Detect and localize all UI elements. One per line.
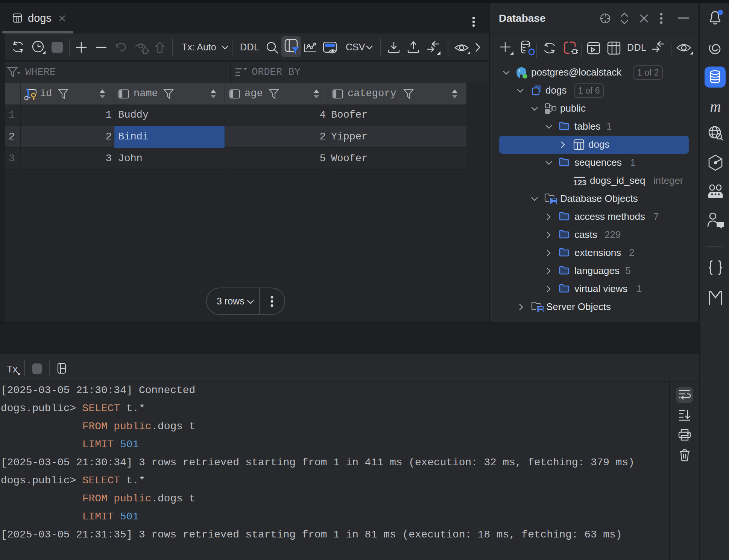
svg-text:123: 123 — [573, 178, 586, 187]
